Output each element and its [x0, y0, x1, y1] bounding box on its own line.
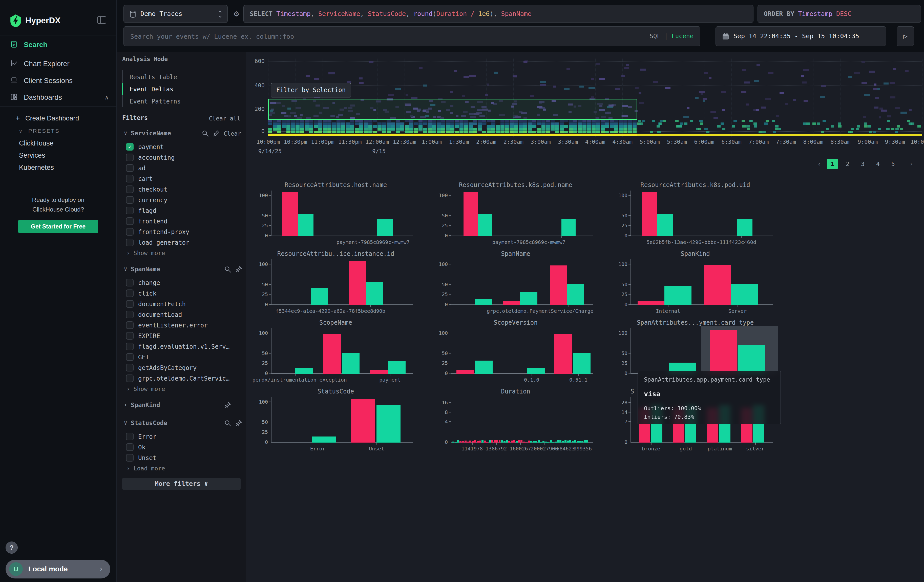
checkbox[interactable]	[126, 343, 134, 350]
filter-group-header-statuscode[interactable]: ∨StatusCode	[117, 417, 246, 429]
filter-option-row[interactable]: frontend-proxy	[117, 226, 246, 237]
local-mode-menu[interactable]: U Local mode ›	[6, 560, 110, 579]
sidebar-item-dashboards[interactable]: Dashboards∧	[0, 89, 116, 106]
pin-icon[interactable]	[224, 402, 232, 410]
filter-option-row[interactable]: cart	[117, 173, 246, 184]
filter-load-more[interactable]: › Load more	[117, 463, 246, 474]
pagination-page-1[interactable]: 1	[827, 159, 838, 169]
checkbox[interactable]	[126, 153, 134, 161]
checkbox[interactable]	[126, 433, 134, 440]
filter-by-selection-button[interactable]: Filter by Selection	[271, 83, 351, 97]
run-query-button[interactable]: ▷	[897, 26, 914, 46]
filter-option-row[interactable]: flagd.evaluation.v1.Serv…	[117, 341, 246, 352]
pagination-prev[interactable]: ‹	[814, 159, 825, 169]
magnifier-icon[interactable]	[202, 130, 209, 138]
checkbox[interactable]	[126, 196, 134, 204]
checkbox-checked[interactable]: ✓	[126, 143, 134, 150]
sidebar-preset-clickhouse[interactable]: ClickHouse	[19, 137, 110, 149]
bar-outlier	[462, 441, 464, 443]
filter-option-row[interactable]: Unset	[117, 452, 246, 463]
pin-icon[interactable]	[235, 420, 243, 428]
checkbox[interactable]	[126, 353, 134, 361]
sidebar-preset-kubernetes[interactable]: Kubernetes	[19, 162, 110, 173]
bar-inlier	[455, 442, 457, 443]
checkbox[interactable]	[126, 322, 134, 329]
lucene-toggle[interactable]: Lucene	[672, 33, 693, 40]
create-dashboard-button[interactable]: + Create Dashboard	[0, 113, 116, 124]
filter-option-row[interactable]: click	[117, 288, 246, 298]
search-input[interactable]	[130, 26, 627, 46]
filter-option-row[interactable]: flagd	[117, 205, 246, 216]
order-by-input[interactable]: ORDER BY Timestamp DESC	[757, 5, 921, 23]
gear-icon[interactable]: ⚙	[231, 5, 242, 22]
filter-group-header-servicename[interactable]: ∨ServiceNameClear	[117, 128, 246, 139]
date-range-picker[interactable]: Sep 14 22:04:35 - Sep 15 10:04:35	[716, 26, 886, 46]
filter-option-row[interactable]: eventListener.error	[117, 320, 246, 330]
checkbox[interactable]	[126, 332, 134, 340]
sidebar-item-client-sessions[interactable]: Client Sessions	[0, 72, 116, 89]
checkbox[interactable]	[126, 454, 134, 462]
filter-show-more[interactable]: › Show more	[117, 384, 246, 395]
filter-option-row[interactable]: currency	[117, 195, 246, 205]
pagination-page-5[interactable]: 5	[888, 159, 899, 169]
pagination-next[interactable]: ›	[906, 159, 917, 169]
checkbox[interactable]	[126, 218, 134, 225]
checkbox[interactable]	[126, 311, 134, 318]
filter-show-more[interactable]: › Show more	[117, 248, 246, 259]
magnifier-icon[interactable]	[224, 420, 232, 428]
presets-toggle[interactable]: ∨ PRESETS	[0, 125, 116, 137]
filter-option-row[interactable]: Ok	[117, 442, 246, 452]
language-toggle[interactable]: SQL | Lucene	[650, 26, 693, 46]
filter-group-clear[interactable]: Clear	[224, 130, 240, 137]
analysis-mode-results-table[interactable]: Results Table	[130, 71, 231, 83]
magnifier-icon[interactable]	[224, 266, 232, 274]
checkbox[interactable]	[126, 290, 134, 297]
help-button[interactable]: ?	[6, 541, 18, 554]
sidebar-item-search[interactable]: Search	[0, 36, 116, 53]
filter-option-row[interactable]: accounting	[117, 152, 246, 163]
checkbox[interactable]	[126, 444, 134, 451]
filter-option-row[interactable]: getAdsByCategory	[117, 362, 246, 373]
get-started-button[interactable]: Get Started for Free	[18, 220, 98, 233]
analysis-mode-event-patterns[interactable]: Event Patterns	[130, 96, 231, 107]
sql-select-input[interactable]: SELECT Timestamp, ServiceName, StatusCod…	[243, 5, 754, 23]
clear-all-filters[interactable]: Clear all	[195, 115, 240, 122]
checkbox[interactable]	[126, 364, 134, 371]
pin-icon[interactable]	[213, 130, 220, 138]
filter-group-header-spanname[interactable]: ∨SpanName	[117, 264, 246, 275]
filter-option-row[interactable]: grpc.oteldemo.CartServic…	[117, 373, 246, 384]
checkbox[interactable]	[126, 164, 134, 172]
checkbox[interactable]	[126, 228, 134, 236]
filter-option-row[interactable]: checkout	[117, 184, 246, 195]
checkbox[interactable]	[126, 185, 134, 193]
checkbox[interactable]	[126, 207, 134, 214]
more-filters-button[interactable]: More filters ∨	[122, 478, 241, 490]
filter-option-row[interactable]: frontend	[117, 216, 246, 226]
filter-option-row[interactable]: load-generator	[117, 237, 246, 248]
filter-option-row[interactable]: documentLoad	[117, 309, 246, 320]
filter-option-row[interactable]: change	[117, 277, 246, 288]
filter-option-row[interactable]: documentFetch	[117, 298, 246, 309]
filter-option-row[interactable]: EXPIRE	[117, 330, 246, 341]
checkbox[interactable]	[126, 175, 134, 183]
pagination-page-3[interactable]: 3	[857, 159, 868, 169]
sidebar-item-chart-explorer[interactable]: Chart Explorer	[0, 55, 116, 73]
checkbox[interactable]	[126, 374, 134, 382]
pagination-page-4[interactable]: 4	[872, 159, 884, 169]
analysis-mode-event-deltas[interactable]: Event Deltas	[130, 83, 231, 96]
filter-option-row[interactable]: ad	[117, 163, 246, 173]
filter-option-row[interactable]: GET	[117, 352, 246, 362]
sidebar-collapse-icon[interactable]	[97, 16, 106, 24]
filter-group-header-spankind[interactable]: ›SpanKind	[117, 399, 246, 411]
sidebar-preset-services[interactable]: Services	[19, 149, 110, 162]
filter-option-row[interactable]: Error	[117, 431, 246, 442]
pagination-page-2[interactable]: 2	[842, 159, 853, 169]
heatmap-selection[interactable]	[268, 99, 637, 120]
checkbox[interactable]	[126, 300, 134, 308]
checkbox[interactable]	[126, 279, 134, 287]
sql-toggle[interactable]: SQL	[650, 33, 661, 40]
checkbox[interactable]	[126, 239, 134, 246]
source-select[interactable]: Demo Traces	[124, 5, 228, 23]
pin-icon[interactable]	[235, 266, 243, 274]
filter-option-row[interactable]: ✓payment	[117, 142, 246, 152]
